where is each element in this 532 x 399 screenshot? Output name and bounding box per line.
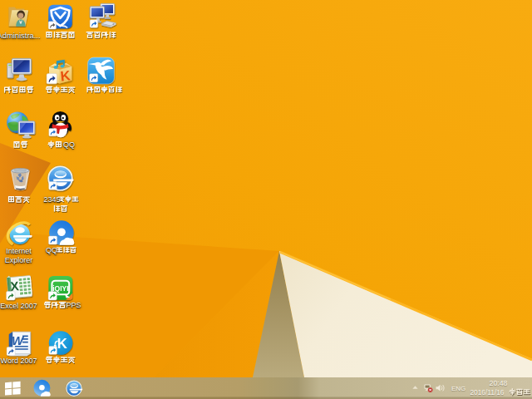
svg-text:K: K xyxy=(57,336,67,352)
svg-text:W: W xyxy=(12,333,25,347)
svg-text:iQIYI: iQIYI xyxy=(52,284,68,293)
svg-text:K: K xyxy=(60,67,71,84)
